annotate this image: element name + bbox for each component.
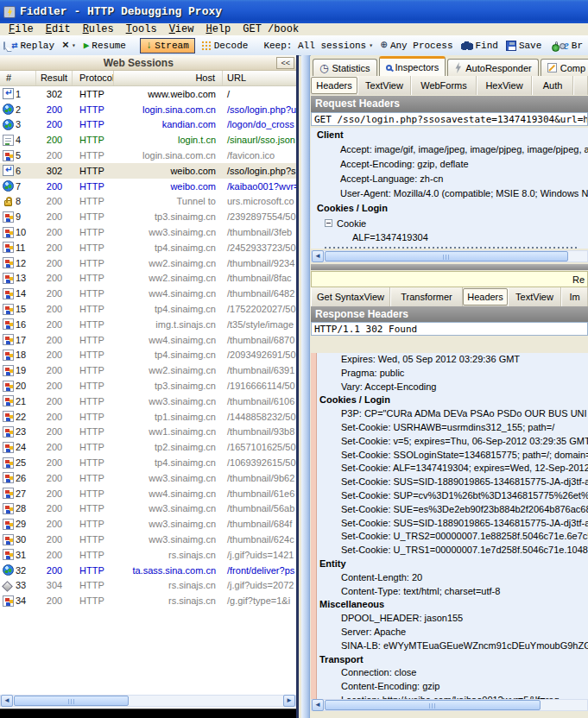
scrollbar-thumb[interactable] (325, 700, 541, 710)
encoding-notice[interactable]: Re (311, 271, 588, 287)
menu-item[interactable]: Help (199, 23, 237, 35)
tab-request-auth[interactable]: Auth (532, 76, 573, 95)
session-number: 29 (16, 519, 36, 529)
any-process-button[interactable]: ⊕ Any Process (379, 39, 454, 52)
session-row[interactable]: 34 200 HTTP rs.sinajs.cn /g.gif?type=1&i (0, 593, 296, 608)
session-number: 16 (16, 319, 36, 330)
session-row[interactable]: 25 200 HTTP tp4.sinaimg.cn /1069392615/5… (0, 455, 296, 470)
session-row[interactable]: 4 200 HTTP login.t.cn /sinaurl/sso.json (0, 132, 296, 148)
column-header[interactable]: Host (114, 71, 223, 85)
session-row[interactable]: 22 200 HTTP tp1.sinaimg.cn /1448858232/5… (0, 409, 296, 425)
keep-sessions-dropdown[interactable]: Keep: All sessions ▾ (262, 40, 375, 52)
remove-button[interactable]: × ▾ (60, 40, 78, 52)
scroll-left-icon[interactable]: ◄ (312, 699, 324, 711)
tab-composer[interactable]: Comp (541, 59, 588, 76)
request-headers-title: Request Headers (311, 96, 588, 112)
decode-button[interactable]: Decode (199, 40, 250, 52)
tab-inspectors[interactable]: Inspectors (379, 56, 446, 76)
tab-response-syntaxview[interactable]: Get SyntaxView (311, 287, 390, 306)
replay-button[interactable]: ⇄ Replay (9, 38, 56, 53)
session-row[interactable]: 33 304 HTTP rs.sinajs.cn /j.gif?uids=207… (0, 578, 296, 594)
tab-response-textview[interactable]: TextView (508, 287, 561, 306)
session-row[interactable]: 32 200 HTTP ta.sass.sina.com.cn /front/d… (0, 563, 296, 578)
session-row[interactable]: 13 200 HTTP ww2.sinaimg.cn /thumbnail/8f… (0, 271, 296, 287)
tab-response-transformer[interactable]: Transformer (390, 287, 463, 306)
tab-request-headers[interactable]: Headers (311, 77, 357, 94)
request-response-splitter[interactable] (311, 264, 588, 270)
session-row[interactable]: 14 200 HTTP ww4.sinaimg.cn /thumbnail/64… (0, 286, 296, 301)
session-row[interactable]: 26 200 HTTP ww3.sinaimg.cn /thumbnail/9b… (0, 470, 296, 486)
session-row[interactable]: 24 200 HTTP tp2.sinaimg.cn /1657101625/5… (0, 439, 296, 455)
session-row[interactable]: 10 200 HTTP ww3.sinaimg.cn /thumbnail/3f… (0, 224, 296, 240)
scroll-left-icon[interactable]: ◄ (1, 695, 13, 707)
session-type-icon (3, 273, 14, 284)
panel-splitter[interactable] (301, 55, 310, 718)
tab-response-headers[interactable]: Headers (463, 288, 508, 305)
session-protocol: HTTP (73, 150, 114, 161)
session-row[interactable]: 11 200 HTTP tp4.sinaimg.cn /2452933723/5… (0, 240, 296, 255)
scrollbar-thumb[interactable] (325, 251, 568, 261)
session-row[interactable]: 9 200 HTTP tp3.sinaimg.cn /2392897554/50 (0, 209, 296, 224)
menu-item[interactable]: Edit (40, 23, 77, 35)
tree-collapse-icon[interactable] (325, 219, 332, 227)
tab-request-webforms[interactable]: WebForms (411, 76, 477, 95)
session-row[interactable]: 30 200 HTTP ww3.sinaimg.cn /thumbnail/62… (0, 532, 296, 547)
screenshot-icon[interactable] (555, 41, 557, 50)
collapse-panel-button[interactable]: << (276, 57, 294, 69)
sessions-horizontal-scrollbar[interactable]: ◄ ► (0, 695, 296, 707)
scroll-left-icon[interactable]: ◄ (312, 250, 324, 262)
session-row[interactable]: 31 200 HTTP rs.sinajs.cn /j.gif?uids=142… (0, 547, 296, 563)
session-row[interactable]: 27 200 HTTP ww4.sinaimg.cn /thumbnail/61… (0, 486, 296, 501)
column-header[interactable]: Protocol (73, 71, 114, 85)
session-row[interactable]: 3 200 HTTP kandian.com /logon/do_cross (0, 117, 296, 133)
session-row[interactable]: 17 200 HTTP ww4.sinaimg.cn /thumbnail/68… (0, 332, 296, 348)
session-row[interactable]: 23 200 HTTP ww1.sinaimg.cn /thumbnail/93… (0, 425, 296, 440)
session-row[interactable]: 2 200 HTTP login.sina.com.cn /sso/login.… (0, 102, 296, 117)
menu-item[interactable]: GET /book (237, 23, 305, 35)
find-button[interactable]: Find (459, 40, 500, 52)
tab-request-textview[interactable]: TextView (357, 76, 411, 95)
scroll-right-icon[interactable]: ► (283, 695, 295, 707)
column-header[interactable]: URL (223, 71, 296, 85)
session-row[interactable]: 1 302 HTTP www.weibo.com / (0, 86, 296, 102)
session-row[interactable]: 7 200 HTTP weibo.com /kaibao001?wvr= (0, 179, 296, 194)
session-row[interactable]: 20 200 HTTP tp3.sinaimg.cn /1916666114/5… (0, 378, 296, 394)
resume-button[interactable]: ▶ Resume (82, 39, 128, 52)
session-row[interactable]: 18 200 HTTP tp4.sinaimg.cn /2093492691/5… (0, 348, 296, 363)
session-type-icon (3, 304, 14, 315)
session-row[interactable]: 6 302 HTTP weibo.com /sso/login.php?s (0, 163, 296, 179)
cookie-tree-node[interactable]: Cookie (311, 216, 588, 230)
resume-icon: ▶ (84, 40, 90, 51)
scrollbar-thumb[interactable] (14, 696, 129, 706)
menu-item[interactable]: View (163, 23, 200, 35)
menu-item[interactable]: Tools (120, 23, 163, 35)
tab-response-imageview[interactable]: Im (561, 287, 588, 306)
session-row[interactable]: 8 200 HTTP Tunnel to urs.microsoft.co (0, 194, 296, 210)
session-row[interactable]: 15 200 HTTP tp4.sinaimg.cn /1752202027/5… (0, 301, 296, 317)
response-horizontal-scrollbar[interactable]: ◄ (311, 699, 588, 711)
menu-item[interactable]: Rules (77, 23, 120, 35)
request-horizontal-scrollbar[interactable]: ◄ (311, 250, 588, 262)
menu-item[interactable]: File (3, 23, 40, 35)
session-row[interactable]: 19 200 HTTP ww2.sinaimg.cn /thumbnail/63… (0, 362, 296, 378)
quickexec-input[interactable] (0, 709, 296, 718)
session-row[interactable]: 29 200 HTTP ww3.sinaimg.cn /thumbnail/68… (0, 516, 296, 532)
session-row[interactable]: 5 200 HTTP login.sina.com.cn /favicon.ic… (0, 148, 296, 163)
tab-autoresponder[interactable]: AutoResponder (447, 59, 538, 76)
session-row[interactable]: 21 200 HTTP ww3.sinaimg.cn /thumbnail/61… (0, 394, 296, 409)
session-result: 302 (36, 89, 73, 99)
column-header[interactable]: # (0, 71, 36, 85)
header-line: Set-Cookie: SUE=es%3De2eb90f23b884b2f206… (317, 503, 588, 517)
comment-icon[interactable] (3, 41, 5, 50)
session-row[interactable]: 28 200 HTTP ww3.sinaimg.cn /thumbnail/56… (0, 501, 296, 517)
session-protocol: HTTP (73, 166, 114, 176)
tab-statistics[interactable]: ◷ Statistics (313, 59, 377, 76)
save-button[interactable]: Save (504, 40, 543, 52)
stream-button[interactable]: ↓ Stream (140, 38, 195, 54)
session-host: login.sina.com.cn (114, 150, 223, 161)
column-header[interactable]: Result (36, 71, 73, 85)
session-row[interactable]: 16 200 HTTP img.t.sinajs.cn /t35/style/i… (0, 317, 296, 332)
session-row[interactable]: 12 200 HTTP ww2.sinaimg.cn /thumbnail/92… (0, 255, 296, 271)
tab-request-more[interactable] (573, 76, 588, 95)
tab-request-hexview[interactable]: HexView (477, 76, 532, 95)
